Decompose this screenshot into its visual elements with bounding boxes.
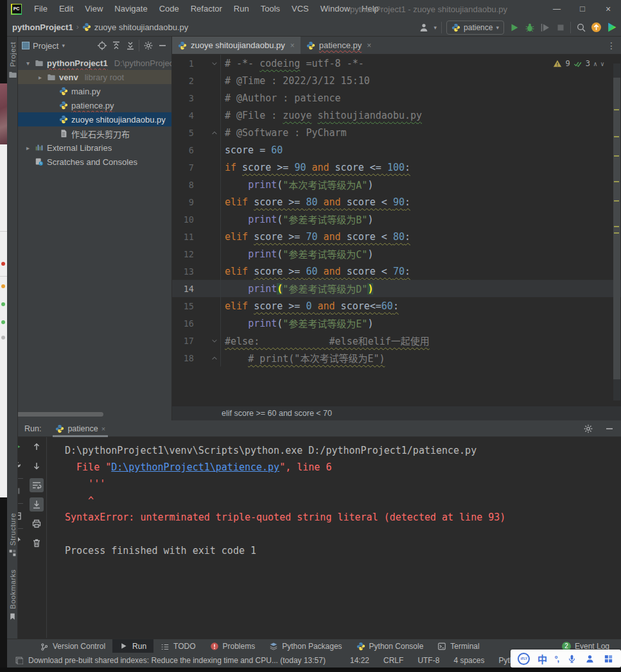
menu-refactor[interactable]: Refactor — [185, 4, 228, 13]
scrollbar-thumb[interactable] — [613, 78, 620, 379]
code-line-15[interactable]: 15elif score >= 0 and score<=60: — [172, 297, 621, 314]
code-line-17[interactable]: 17#else: #else和elif一起使用 — [172, 332, 621, 349]
menu-edit[interactable]: Edit — [53, 4, 79, 13]
menu-vcs[interactable]: VCS — [286, 4, 315, 13]
hide-panel-icon[interactable] — [157, 40, 168, 51]
fold-marker[interactable] — [194, 55, 220, 72]
tree-item-venv[interactable]: ▸venvlibrary root — [18, 70, 171, 84]
minimize-button[interactable]: — — [544, 0, 570, 18]
code-editor[interactable]: 1# -*- codeing =utf-8 -*-2# @Time : 2022… — [172, 55, 621, 406]
tree-item-external-libraries[interactable]: ▸External Libraries — [18, 141, 171, 155]
next-problem-icon[interactable]: ∨ — [600, 60, 604, 67]
status-widget-14-22[interactable]: 14:22 — [350, 656, 369, 665]
tab-options-kebab-icon[interactable]: ⋮ — [602, 37, 621, 54]
stop-button[interactable] — [555, 22, 566, 33]
status-widget-4-spaces[interactable]: 4 spaces — [453, 656, 484, 665]
fold-marker[interactable] — [194, 332, 220, 349]
close-icon[interactable]: × — [290, 41, 295, 50]
user-icon[interactable] — [419, 22, 430, 33]
tool-window-button-terminal[interactable]: Terminal — [430, 639, 486, 653]
microphone-icon[interactable] — [566, 653, 577, 664]
fold-marker[interactable] — [194, 124, 220, 141]
tool-window-button-structure[interactable]: Structure — [7, 513, 18, 558]
status-widget-utf-8[interactable]: UTF-8 — [417, 656, 439, 665]
tool-window-button-python-console[interactable]: Python Console — [349, 639, 431, 653]
horizontal-scrollbar[interactable] — [18, 412, 103, 417]
debug-button[interactable] — [524, 22, 535, 33]
inspections-widget[interactable]: 9 3 ∧ ∨ — [550, 58, 607, 69]
close-icon[interactable]: × — [101, 425, 105, 433]
tree-item-scratches-and-consoles[interactable]: Scratches and Consoles — [18, 155, 171, 169]
down-stacktrace-icon[interactable] — [30, 459, 44, 473]
status-widget-crlf[interactable]: CRLF — [383, 656, 403, 665]
settings-gear-icon[interactable] — [582, 423, 593, 434]
tree-item-patience-py[interactable]: patience.py — [18, 98, 171, 112]
code-line-16[interactable]: 16 print("参差考试等级为E") — [172, 314, 621, 332]
menu-file[interactable]: File — [28, 4, 53, 13]
tool-window-button-project[interactable]: Project — [7, 42, 18, 79]
ide-feature-trainer-icon[interactable] — [606, 22, 617, 33]
tree-item-main-py[interactable]: main.py — [18, 84, 171, 98]
expand-all-icon[interactable] — [110, 40, 121, 51]
menu-navigate[interactable]: Navigate — [109, 4, 153, 13]
close-button[interactable]: × — [595, 0, 621, 18]
console-output[interactable]: D:\pythonProject1\venv\Scripts\python.ex… — [65, 442, 505, 559]
punctuation-mode-icon[interactable]: °, — [554, 654, 559, 664]
code-line-8[interactable]: 8 print("本次考试等级为A") — [172, 176, 621, 193]
prev-problem-icon[interactable]: ∧ — [593, 60, 597, 67]
print-icon[interactable] — [30, 517, 44, 531]
up-stacktrace-icon[interactable] — [30, 440, 44, 454]
menu-tools[interactable]: Tools — [255, 4, 286, 13]
chevron-down-icon[interactable]: ▾ — [24, 60, 31, 67]
code-line-14[interactable]: 14 print("参差考试等级为D") — [172, 280, 621, 297]
ime-menu-grid-icon[interactable] — [603, 653, 614, 664]
run-configuration-selector[interactable]: patience ▾ — [446, 21, 504, 35]
tree-item--[interactable]: 作业石头剪刀布 — [18, 126, 171, 141]
code-line-2[interactable]: 2# @Time : 2022/3/12 15:10 — [172, 72, 621, 89]
tool-window-button-problems[interactable]: Problems — [203, 639, 263, 653]
close-icon[interactable]: × — [367, 41, 371, 50]
ifly-logo-icon[interactable]: iFLY — [518, 653, 530, 665]
status-message[interactable]: Download pre-built shared indexes: Reduc… — [7, 656, 326, 665]
breadcrumb-file[interactable]: zuoye shitoujiandaobu.py — [94, 22, 189, 32]
code-line-12[interactable]: 12 print("参差考试等级为C") — [172, 245, 621, 263]
editor-scrollbar[interactable] — [613, 64, 620, 401]
user-account-icon[interactable] — [584, 653, 595, 664]
maximize-button[interactable]: □ — [570, 0, 595, 18]
code-line-13[interactable]: 13elif score >= 60 and score < 70: — [172, 263, 621, 280]
tool-window-button-python-packages[interactable]: Python Packages — [262, 639, 349, 653]
run-with-coverage-button[interactable] — [539, 22, 550, 33]
tool-window-button-version-control[interactable]: Version Control — [33, 639, 112, 653]
clear-all-icon[interactable] — [30, 536, 44, 550]
code-line-6[interactable]: 6score = 60 — [172, 141, 621, 159]
fold-marker[interactable] — [194, 349, 220, 366]
editor-tab-zuoye-shitoujiandaobu-py[interactable]: zuoye shitoujiandaobu.py× — [172, 37, 301, 54]
update-available-icon[interactable] — [591, 22, 602, 33]
scroll-to-end-icon[interactable] — [30, 497, 44, 512]
code-line-5[interactable]: 5# @Software : PyCharm — [172, 124, 621, 141]
run-tab-patience[interactable]: patience × — [53, 420, 108, 437]
breadcrumb-project[interactable]: pythonProject1 — [12, 22, 73, 32]
code-line-18[interactable]: 18 # print("本次考试等级为E") — [172, 349, 621, 366]
code-line-3[interactable]: 3# @Author : patience — [172, 89, 621, 107]
chevron-right-icon[interactable]: ▸ — [37, 74, 44, 81]
code-line-10[interactable]: 10 print("参差考试等级为B") — [172, 211, 621, 228]
tree-item-pythonproject1[interactable]: ▾pythonProject1D:\pythonProject — [18, 56, 171, 70]
code-line-9[interactable]: 9elif score >= 80 and score < 90: — [172, 193, 621, 211]
tool-window-button-bookmarks[interactable]: Bookmarks — [7, 569, 18, 621]
menu-code[interactable]: Code — [153, 4, 185, 13]
soft-wrap-icon[interactable] — [30, 478, 44, 492]
editor-tab-patience-py[interactable]: patience.py× — [301, 37, 378, 54]
tool-window-button-todo[interactable]: TODO — [153, 639, 202, 653]
run-button[interactable] — [509, 22, 520, 33]
chevron-right-icon[interactable]: ▸ — [24, 144, 31, 151]
menu-run[interactable]: Run — [228, 4, 255, 13]
code-line-11[interactable]: 11elif score >= 70 and score < 80: — [172, 228, 621, 245]
search-everywhere-icon[interactable] — [575, 22, 586, 33]
tree-item-zuoye-shitoujiandaobu-py[interactable]: zuoye shitoujiandaobu.py — [18, 112, 171, 126]
chinese-mode-icon[interactable]: 中 — [538, 652, 547, 666]
menu-view[interactable]: View — [79, 4, 109, 13]
collapse-all-icon[interactable] — [125, 40, 136, 51]
code-line-7[interactable]: 7if score >= 90 and score <= 100: — [172, 159, 621, 176]
project-view-selector[interactable]: Project — [33, 41, 58, 51]
